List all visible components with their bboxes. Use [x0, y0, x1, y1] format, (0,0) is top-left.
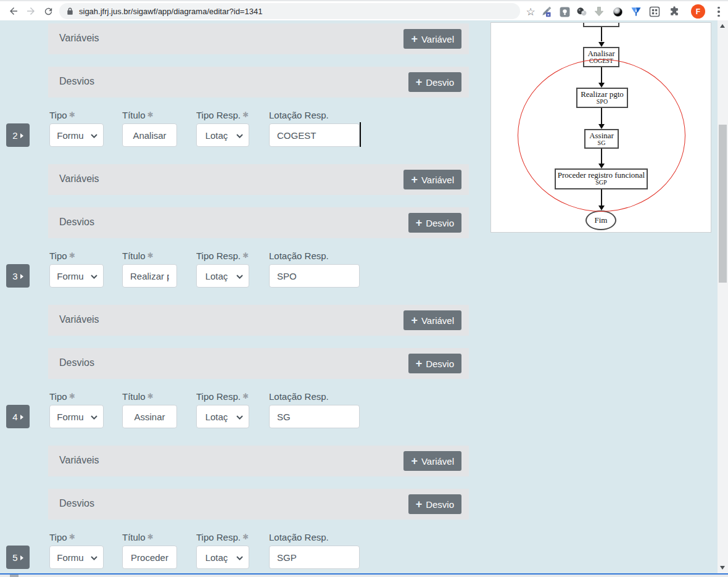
step-badge-3[interactable]: 3 — [6, 264, 30, 288]
variaveis-section-bar: Variáveis + Variável — [48, 23, 469, 54]
add-variavel-button[interactable]: + Variável — [403, 29, 461, 49]
step-badge-4[interactable]: 4 — [6, 405, 30, 428]
browser-menu-button[interactable] — [713, 4, 724, 20]
desvios-section-bar: Desvios + Desvio — [48, 207, 469, 238]
horizontal-scrollbar-thumb[interactable] — [10, 575, 19, 577]
desvios-section-bar: Desvios + Desvio — [48, 489, 469, 520]
variaveis-title: Variáveis — [59, 455, 99, 466]
titulo-input[interactable] — [123, 265, 176, 287]
diagram-arrowhead — [598, 42, 605, 47]
diagram-node-fim: Fim — [585, 210, 616, 230]
reload-icon — [43, 6, 54, 17]
sphere-icon — [612, 6, 624, 18]
download-extension-button[interactable] — [591, 4, 607, 20]
titulo-label: Título✱ — [122, 251, 154, 262]
star-icon: ☆ — [526, 6, 535, 19]
required-asterisk: ✱ — [69, 110, 75, 119]
eyedropper-extension-button[interactable] — [538, 4, 554, 20]
plus-icon: + — [416, 217, 423, 228]
tipo-select[interactable]: Formu — [49, 405, 104, 428]
tipo-label: Tipo✱ — [49, 110, 75, 121]
variaveis-section-bar: Variáveis + Variável — [48, 446, 469, 476]
spheres-extension-button[interactable] — [574, 4, 590, 20]
extensions-menu-button[interactable] — [666, 4, 682, 20]
forward-button[interactable] — [23, 3, 39, 19]
tipo-select[interactable]: Formu — [49, 546, 104, 569]
horizontal-scrollbar[interactable] — [0, 575, 728, 577]
tipo-resp-select[interactable]: Lotaç — [196, 123, 249, 147]
step-expand-icon — [20, 274, 23, 279]
vertical-scrollbar-thumb[interactable] — [719, 125, 727, 283]
add-desvio-button[interactable]: + Desvio — [408, 72, 461, 92]
plus-icon: + — [411, 33, 418, 44]
lotacao-resp-input[interactable] — [270, 124, 359, 146]
back-button[interactable] — [6, 3, 22, 19]
tipo-label: Tipo✱ — [49, 251, 75, 262]
lock-icon[interactable] — [67, 7, 73, 15]
tipo-select[interactable]: Formu — [49, 123, 104, 147]
chevron-down-icon — [91, 134, 97, 138]
required-asterisk: ✱ — [147, 392, 154, 401]
lotacao-resp-label: Lotação Resp. — [269, 110, 329, 121]
profile-avatar[interactable]: F — [691, 4, 705, 19]
scroll-up-arrow-icon[interactable] — [720, 24, 725, 28]
titulo-label: Título✱ — [122, 110, 154, 121]
step-number: 3 — [12, 271, 17, 281]
required-asterisk: ✱ — [242, 110, 249, 119]
titulo-input[interactable] — [123, 546, 176, 568]
chevron-down-icon — [236, 556, 243, 560]
required-asterisk: ✱ — [147, 533, 154, 541]
tipo-select[interactable]: Formu — [49, 264, 104, 288]
lamp-badge-icon — [559, 6, 571, 18]
tipo-resp-select[interactable]: Lotaç — [196, 405, 249, 428]
url-text: sigah.jfrj.jus.br/sigawf/app/diagrama/ed… — [79, 7, 262, 16]
variaveis-section-bar: Variáveis + Variável — [48, 164, 469, 195]
titulo-input[interactable] — [123, 124, 176, 146]
reload-button[interactable] — [40, 3, 56, 19]
required-asterisk: ✱ — [242, 392, 249, 401]
chevron-down-icon — [236, 415, 243, 420]
add-desvio-button[interactable]: + Desvio — [408, 494, 461, 514]
add-desvio-button[interactable]: + Desvio — [408, 213, 461, 233]
titulo-field — [122, 264, 177, 288]
plus-icon: + — [416, 77, 423, 88]
sphere-extension-button[interactable] — [610, 4, 626, 20]
titulo-input[interactable] — [123, 405, 176, 428]
tipo-resp-label: Tipo Resp.✱ — [196, 110, 249, 121]
required-asterisk: ✱ — [242, 251, 249, 260]
required-asterisk: ✱ — [69, 392, 75, 401]
required-asterisk: ✱ — [242, 533, 249, 541]
red-ellipse-highlight — [518, 59, 685, 212]
tipo-resp-select[interactable]: Lotaç — [196, 264, 249, 288]
plus-icon: + — [411, 455, 418, 467]
titulo-field — [122, 123, 177, 147]
lotacao-resp-input[interactable] — [270, 405, 359, 428]
lamp-extension-button[interactable] — [556, 4, 573, 20]
desvios-section-bar: Desvios + Desvio — [48, 67, 469, 98]
add-desvio-button[interactable]: + Desvio — [408, 354, 461, 373]
funnel-extension-button[interactable] — [628, 4, 644, 20]
qr-extension-button[interactable] — [647, 4, 663, 20]
lotacao-resp-input[interactable] — [270, 546, 359, 568]
desvios-title: Desvios — [59, 217, 94, 228]
address-bar[interactable]: sigah.jfrj.jus.br/sigawf/app/diagrama/ed… — [59, 3, 520, 19]
vertical-scrollbar[interactable] — [718, 20, 728, 573]
step-badge-5[interactable]: 5 — [6, 546, 30, 569]
chevron-down-icon — [91, 275, 97, 279]
scroll-down-arrow-icon[interactable] — [720, 566, 725, 570]
add-variavel-button[interactable]: + Variável — [403, 310, 461, 330]
add-variavel-button[interactable]: + Variável — [403, 170, 461, 189]
titulo-label: Título✱ — [122, 532, 154, 543]
lotacao-resp-label: Lotação Resp. — [269, 391, 329, 402]
lotacao-resp-field — [269, 123, 360, 147]
tipo-resp-select[interactable]: Lotaç — [196, 546, 249, 569]
tipo-resp-label: Tipo Resp.✱ — [196, 532, 249, 543]
step-badge-2[interactable]: 2 — [6, 123, 30, 147]
lotacao-resp-input[interactable] — [270, 265, 359, 287]
add-desvio-label: Desvio — [426, 77, 454, 88]
diagram-node-cutoff — [583, 22, 619, 27]
step-expand-icon — [20, 133, 23, 138]
chevron-down-icon — [91, 415, 97, 420]
bookmark-button[interactable]: ☆ — [523, 4, 539, 20]
add-variavel-button[interactable]: + Variável — [403, 451, 461, 471]
